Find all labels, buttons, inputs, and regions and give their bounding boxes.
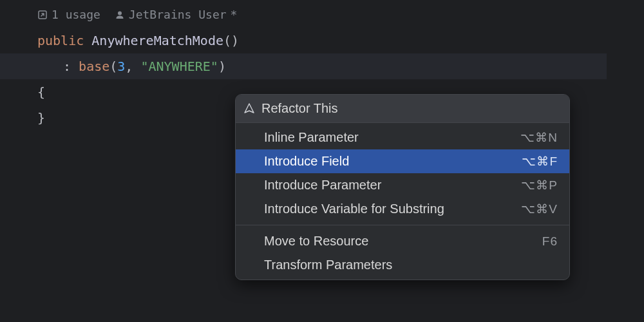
menu-item[interactable]: Introduce Variable for Substring⌥⌘V — [236, 197, 569, 221]
refactor-icon — [243, 103, 255, 115]
menu-item-shortcut: ⌥⌘P — [521, 178, 558, 193]
menu-item-label: Introduce Variable for Substring — [264, 202, 444, 216]
menu-item[interactable]: Transform Parameters — [236, 253, 569, 277]
menu-item[interactable]: Introduce Field⌥⌘F — [236, 149, 569, 173]
menu-item-shortcut: F6 — [542, 234, 558, 249]
menu-separator — [236, 225, 569, 225]
author-name[interactable]: JetBrains User — [129, 8, 227, 21]
refactor-popup-title: Refactor This — [261, 101, 338, 116]
user-icon — [115, 10, 125, 20]
code-line-2: : base(3, "ANYWHERE") — [0, 53, 607, 79]
menu-item-label: Move to Resource — [264, 234, 368, 249]
refactor-menu: Inline Parameter⌥⌘NIntroduce Field⌥⌘FInt… — [236, 123, 569, 279]
menu-item-label: Introduce Field — [264, 154, 349, 169]
menu-item-shortcut: ⌥⌘V — [521, 202, 558, 216]
menu-item[interactable]: Inline Parameter⌥⌘N — [236, 126, 569, 149]
menu-item-shortcut: ⌥⌘F — [522, 154, 558, 169]
refactor-popup: Refactor This Inline Parameter⌥⌘NIntrodu… — [235, 94, 570, 280]
dirty-marker: * — [231, 8, 238, 21]
usage-count[interactable]: 1 usage — [52, 8, 100, 21]
svg-point-1 — [118, 11, 122, 15]
code-line-1: public AnywhereMatchMode() — [37, 28, 644, 53]
menu-item[interactable]: Move to ResourceF6 — [236, 229, 569, 253]
menu-item-shortcut: ⌥⌘N — [520, 130, 558, 145]
code-meta: 1 usage JetBrains User * — [0, 0, 644, 21]
menu-item-label: Transform Parameters — [264, 258, 392, 272]
refactor-popup-header: Refactor This — [236, 95, 569, 123]
menu-item[interactable]: Introduce Parameter⌥⌘P — [236, 173, 569, 197]
menu-item-label: Inline Parameter — [264, 130, 359, 145]
usage-icon — [37, 10, 48, 20]
menu-item-label: Introduce Parameter — [264, 178, 381, 193]
